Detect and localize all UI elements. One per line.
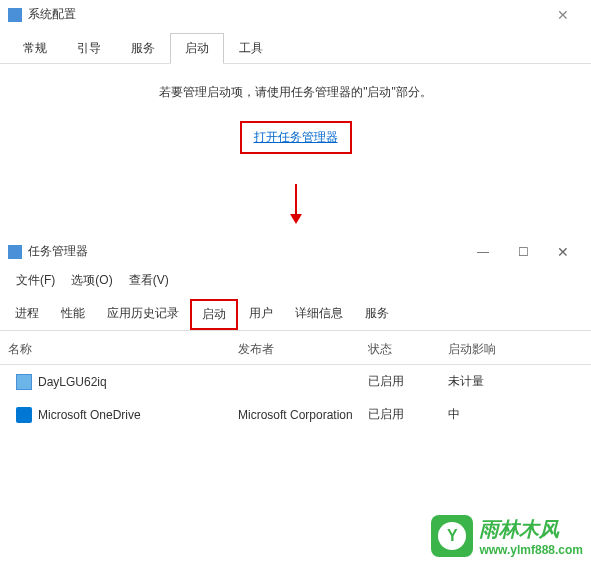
maximize-button[interactable]: ☐ (503, 245, 543, 259)
tab-services[interactable]: 服务 (354, 299, 400, 330)
open-task-manager-link[interactable]: 打开任务管理器 (254, 130, 338, 144)
onedrive-icon (16, 407, 32, 423)
tab-app-history[interactable]: 应用历史记录 (96, 299, 190, 330)
tab-users[interactable]: 用户 (238, 299, 284, 330)
row-impact: 中 (448, 406, 583, 423)
table-row[interactable]: Microsoft OneDrive Microsoft Corporation… (0, 398, 591, 431)
tab-general[interactable]: 常规 (8, 33, 62, 63)
minimize-button[interactable]: — (463, 245, 503, 259)
menu-file[interactable]: 文件(F) (8, 270, 63, 291)
col-header-status[interactable]: 状态 (368, 341, 448, 358)
row-name: Microsoft OneDrive (38, 408, 141, 422)
close-button[interactable]: ✕ (543, 244, 583, 260)
app-icon (16, 374, 32, 390)
tab-content: 若要管理启动项，请使用任务管理器的"启动"部分。 打开任务管理器 (0, 64, 591, 174)
window-title: 任务管理器 (28, 243, 463, 260)
tab-processes[interactable]: 进程 (4, 299, 50, 330)
tab-services[interactable]: 服务 (116, 33, 170, 63)
titlebar: 任务管理器 — ☐ ✕ (0, 237, 591, 266)
system-config-window: 系统配置 ✕ 常规 引导 服务 启动 工具 若要管理启动项，请使用任务管理器的"… (0, 0, 591, 174)
app-icon (8, 245, 22, 259)
table-row[interactable]: DayLGU62iq 已启用 未计量 (0, 365, 591, 398)
tab-details[interactable]: 详细信息 (284, 299, 354, 330)
titlebar: 系统配置 ✕ (0, 0, 591, 29)
tabs: 进程 性能 应用历史记录 启动 用户 详细信息 服务 (0, 295, 591, 331)
col-header-impact[interactable]: 启动影响 (448, 341, 583, 358)
col-header-name[interactable]: 名称 (8, 341, 238, 358)
startup-message: 若要管理启动项，请使用任务管理器的"启动"部分。 (0, 84, 591, 101)
tab-boot[interactable]: 引导 (62, 33, 116, 63)
menu-view[interactable]: 查看(V) (121, 270, 177, 291)
row-publisher: Microsoft Corporation (238, 408, 368, 422)
watermark-title: 雨林木风 (479, 516, 583, 543)
link-highlight-box: 打开任务管理器 (240, 121, 352, 154)
row-impact: 未计量 (448, 373, 583, 390)
tab-startup[interactable]: 启动 (170, 33, 224, 64)
tab-tools[interactable]: 工具 (224, 33, 278, 63)
menu-options[interactable]: 选项(O) (63, 270, 120, 291)
close-button[interactable]: ✕ (543, 7, 583, 23)
tabs: 常规 引导 服务 启动 工具 (0, 29, 591, 64)
col-header-publisher[interactable]: 发布者 (238, 341, 368, 358)
watermark-url: www.ylmf888.com (479, 543, 583, 557)
app-icon (8, 8, 22, 22)
table-header: 名称 发布者 状态 启动影响 (0, 331, 591, 365)
row-status: 已启用 (368, 373, 448, 390)
watermark: Y 雨林木风 www.ylmf888.com (431, 515, 583, 557)
watermark-logo: Y (431, 515, 473, 557)
window-title: 系统配置 (28, 6, 543, 23)
row-status: 已启用 (368, 406, 448, 423)
row-name: DayLGU62iq (38, 375, 107, 389)
menubar: 文件(F) 选项(O) 查看(V) (0, 266, 591, 295)
tab-startup[interactable]: 启动 (190, 299, 238, 330)
arrow-annotation (0, 174, 591, 237)
tab-performance[interactable]: 性能 (50, 299, 96, 330)
